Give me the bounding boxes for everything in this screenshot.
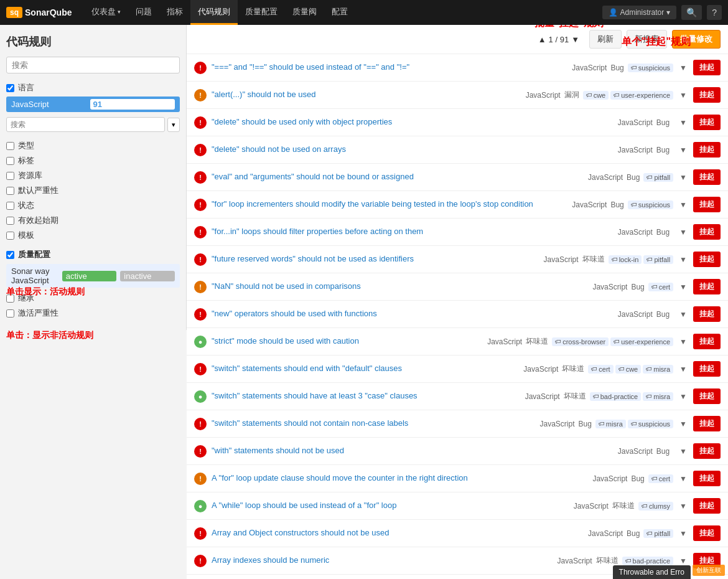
- filter-rule-button[interactable]: ▼: [677, 391, 689, 402]
- filter-rule-button[interactable]: ▼: [677, 555, 689, 567]
- rule-name[interactable]: "future reserved words" should not be us…: [212, 253, 539, 265]
- severity-indicator: !: [194, 226, 207, 238]
- filter-rule-button[interactable]: ▼: [677, 199, 689, 210]
- hangup-button[interactable]: 挂起: [693, 525, 721, 541]
- logo[interactable]: sq SonarQube: [6, 7, 72, 18]
- filter-rule-button[interactable]: ▼: [677, 254, 689, 265]
- filter-rule-button[interactable]: ▼: [677, 62, 689, 73]
- hangup-button[interactable]: 挂起: [693, 197, 721, 212]
- hangup-button[interactable]: 挂起: [693, 334, 721, 349]
- rule-name[interactable]: "with" statements should not be used: [212, 445, 613, 456]
- rule-name[interactable]: "switch" statements should end with "def…: [212, 363, 518, 374]
- table-row: ● "switch" statements should have at lea…: [187, 383, 728, 410]
- hangup-button[interactable]: 挂起: [693, 115, 721, 130]
- inherit-checkbox[interactable]: [6, 294, 14, 303]
- rule-name[interactable]: "switch" statements should have at least…: [212, 390, 520, 402]
- filter-status[interactable]: 状态: [6, 198, 180, 213]
- filter-repository[interactable]: 资源库: [6, 168, 180, 183]
- hangup-button[interactable]: 挂起: [693, 416, 721, 431]
- filter-active-since[interactable]: 有效起始期: [6, 213, 180, 228]
- admin-button[interactable]: 👤 Administrator ▾: [602, 6, 677, 19]
- rule-name[interactable]: A "while" loop should be used instead of…: [212, 500, 569, 511]
- language-selected-item[interactable]: JavaScript 91: [6, 96, 180, 112]
- filter-rule-button[interactable]: ▼: [677, 336, 689, 347]
- filter-status-checkbox[interactable]: [6, 202, 14, 210]
- hangup-button[interactable]: 挂起: [693, 60, 721, 75]
- rule-name[interactable]: "alert(...)" should not be used: [212, 89, 521, 100]
- filter-template[interactable]: 模板: [6, 228, 180, 243]
- rule-name[interactable]: "NaN" should not be used in comparisons: [212, 281, 587, 292]
- hangup-button[interactable]: 挂起: [693, 224, 721, 240]
- rule-name[interactable]: "for" loop incrementers should modify th…: [212, 199, 567, 210]
- language-sub-search-btn[interactable]: ▾: [167, 118, 180, 132]
- hangup-button[interactable]: 挂起: [693, 471, 721, 486]
- new-search-button[interactable]: 新搜索: [627, 30, 667, 49]
- bulk-edit-button[interactable]: 批量修改: [672, 30, 721, 49]
- nav-item-quality-profiles[interactable]: 质量配置: [238, 0, 285, 25]
- filter-type[interactable]: 类型: [6, 138, 180, 153]
- activate-checkbox[interactable]: [6, 309, 14, 318]
- inherit-filter[interactable]: 继承: [6, 291, 180, 306]
- quality-filter-label[interactable]: 质量配置: [6, 249, 180, 260]
- hangup-button[interactable]: 挂起: [693, 361, 721, 377]
- nav-item-metrics[interactable]: 指标: [159, 0, 190, 25]
- filter-rule-button[interactable]: ▼: [677, 144, 689, 156]
- filter-rule-button[interactable]: ▼: [677, 117, 689, 128]
- help-button[interactable]: ?: [707, 5, 722, 20]
- language-filter-label[interactable]: 语言: [6, 82, 180, 93]
- hangup-button[interactable]: 挂起: [693, 279, 721, 294]
- nav-item-dashboard[interactable]: 仪表盘 ▾: [84, 0, 128, 25]
- filter-active-since-checkbox[interactable]: [6, 217, 14, 225]
- refresh-button[interactable]: 刷新: [589, 30, 622, 49]
- nav-item-config[interactable]: 配置: [324, 0, 355, 25]
- rule-name[interactable]: "switch" statements should not contain n…: [212, 418, 534, 429]
- rule-name[interactable]: "===" and "!==" should be used instead o…: [212, 62, 567, 73]
- nav-item-rules[interactable]: 代码规则: [190, 0, 238, 25]
- filter-rule-button[interactable]: ▼: [677, 446, 689, 457]
- filter-rule-button[interactable]: ▼: [677, 90, 689, 101]
- rule-name[interactable]: "delete" should not be used on arrays: [212, 144, 613, 155]
- hangup-button[interactable]: 挂起: [693, 169, 721, 185]
- hangup-button[interactable]: 挂起: [693, 252, 721, 267]
- rule-name[interactable]: Array indexes should be numeric: [212, 555, 553, 566]
- filter-rule-button[interactable]: ▼: [677, 281, 689, 293]
- rule-name[interactable]: Array and Object constructors should not…: [212, 527, 583, 539]
- rule-name[interactable]: "eval" and "arguments" should not be bou…: [212, 171, 583, 182]
- filter-tags[interactable]: 标签: [6, 153, 180, 168]
- language-sub-search-input[interactable]: [6, 117, 165, 132]
- filter-repository-checkbox[interactable]: [6, 172, 14, 180]
- quality-checkbox[interactable]: [6, 251, 14, 259]
- global-search-button[interactable]: 🔍: [681, 5, 702, 20]
- nav-item-quality-gates[interactable]: 质量阀: [285, 0, 324, 25]
- sidebar-search-input[interactable]: [6, 57, 180, 73]
- filter-rule-button[interactable]: ▼: [677, 227, 689, 238]
- filter-rule-button[interactable]: ▼: [677, 528, 689, 539]
- hangup-button[interactable]: 挂起: [693, 443, 721, 459]
- nav-item-issues[interactable]: 问题: [128, 0, 159, 25]
- filter-tags-checkbox[interactable]: [6, 157, 14, 165]
- filter-type-checkbox[interactable]: [6, 142, 14, 150]
- hangup-button[interactable]: 挂起: [693, 142, 721, 158]
- rule-name[interactable]: "delete" should be used only with object…: [212, 116, 613, 128]
- rule-name[interactable]: "for...in" loops should filter propertie…: [212, 226, 613, 237]
- rule-name[interactable]: "strict" mode should be used with cautio…: [212, 336, 482, 347]
- filter-severity-checkbox[interactable]: [6, 187, 14, 195]
- filter-rule-button[interactable]: ▼: [677, 364, 689, 375]
- hangup-button[interactable]: 挂起: [693, 87, 721, 103]
- rule-name[interactable]: A "for" loop update clause should move t…: [212, 473, 587, 484]
- quality-item[interactable]: Sonar way JavaScript active inactive: [6, 264, 180, 288]
- hangup-button[interactable]: 挂起: [693, 306, 721, 322]
- inactive-badge[interactable]: inactive: [120, 271, 175, 281]
- filter-rule-button[interactable]: ▼: [677, 172, 689, 183]
- filter-rule-button[interactable]: ▼: [677, 501, 689, 512]
- filter-template-checkbox[interactable]: [6, 232, 14, 240]
- filter-rule-button[interactable]: ▼: [677, 309, 689, 320]
- language-checkbox[interactable]: [6, 84, 14, 92]
- filter-default-severity[interactable]: 默认严重性: [6, 183, 180, 198]
- rule-name[interactable]: "new" operators should be used with func…: [212, 308, 613, 319]
- filter-rule-button[interactable]: ▼: [677, 418, 689, 430]
- hangup-button[interactable]: 挂起: [693, 498, 721, 514]
- filter-rule-button[interactable]: ▼: [677, 473, 689, 484]
- hangup-button[interactable]: 挂起: [693, 388, 721, 404]
- activate-severity-filter[interactable]: 激活严重性: [6, 306, 180, 321]
